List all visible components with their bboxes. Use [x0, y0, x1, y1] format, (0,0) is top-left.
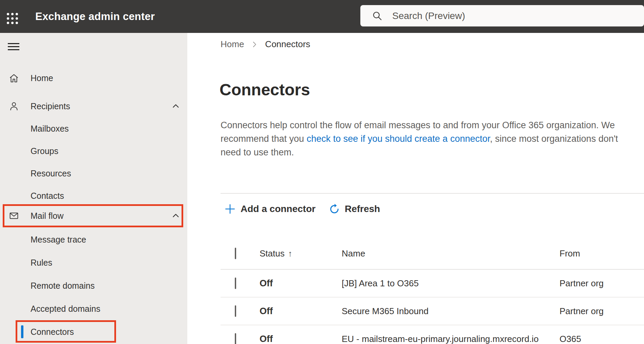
sidebar-item-label: Resources	[31, 169, 71, 178]
sidebar-item-rules[interactable]: Rules	[0, 251, 187, 274]
person-icon	[8, 101, 19, 112]
table-row[interactable]: Off Secure M365 Inbound Partner org	[221, 298, 644, 325]
sidebar-item-mailboxes[interactable]: Mailboxes	[0, 117, 187, 140]
sidebar-item-mail-flow[interactable]: Mail flow	[0, 204, 187, 227]
sidebar-item-label: Mailboxes	[31, 124, 69, 134]
main-content: Home Connectors Connectors Connectors he…	[187, 33, 644, 344]
top-app-bar: Exchange admin center Search (Preview)	[0, 0, 644, 33]
sidebar-item-contacts[interactable]: Contacts	[0, 184, 187, 207]
row-checkbox[interactable]	[235, 333, 236, 344]
breadcrumb-home-link[interactable]: Home	[221, 39, 244, 50]
add-connector-label: Add a connector	[241, 204, 316, 214]
sidebar-item-label: Mail flow	[31, 211, 63, 221]
breadcrumb-chevron-icon	[250, 40, 259, 49]
row-checkbox[interactable]	[235, 305, 236, 317]
sidebar-item-label: Recipients	[31, 101, 70, 111]
table-header-row: Status ↑ Name From	[221, 238, 644, 270]
home-icon	[8, 73, 19, 83]
sort-ascending-icon: ↑	[288, 249, 292, 259]
column-header-name[interactable]: Name	[342, 248, 560, 259]
sidebar-item-message-trace[interactable]: Message trace	[0, 228, 187, 251]
search-placeholder: Search (Preview)	[392, 11, 465, 21]
breadcrumb-current: Connectors	[265, 39, 310, 50]
sidebar-item-label: Home	[31, 73, 53, 83]
sidebar-item-recipients[interactable]: Recipients	[0, 95, 187, 118]
sidebar-item-label: Groups	[31, 146, 58, 156]
chevron-up-icon[interactable]	[171, 211, 181, 221]
left-navigation: Home Recipients Mailboxes Groups Resourc…	[0, 33, 187, 344]
breadcrumb: Home Connectors	[221, 39, 310, 50]
connectors-table: Status ↑ Name From Off [JB] Area 1 to O3…	[221, 238, 644, 344]
page-description: Connectors help control the flow of emai…	[221, 118, 638, 159]
mail-icon	[8, 210, 19, 221]
plus-icon	[224, 203, 236, 215]
status-cell: Off	[260, 278, 342, 289]
table-row[interactable]: Off EU - mailstream-eu-primary.journalin…	[221, 325, 644, 344]
sidebar-item-resources[interactable]: Resources	[0, 162, 187, 185]
refresh-button[interactable]: Refresh	[328, 203, 380, 215]
sidebar-item-label: Remote domains	[31, 281, 95, 291]
app-title: Exchange admin center	[35, 0, 155, 33]
toolbar-top-divider	[221, 193, 644, 194]
search-icon	[371, 10, 383, 22]
sidebar-item-accepted-domains[interactable]: Accepted domains	[0, 297, 187, 320]
column-header-from[interactable]: From	[560, 248, 644, 259]
sidebar-item-connectors[interactable]: Connectors	[0, 320, 187, 343]
sidebar-item-label: Accepted domains	[31, 304, 100, 314]
name-cell: EU - mailstream-eu-primary.journaling.mx…	[342, 334, 560, 344]
sidebar-item-label: Connectors	[31, 327, 74, 337]
sidebar-item-remote-domains[interactable]: Remote domains	[0, 274, 187, 297]
select-all-checkbox[interactable]	[235, 248, 236, 259]
search-input[interactable]: Search (Preview)	[360, 5, 644, 26]
selected-item-indicator	[21, 325, 23, 338]
app-launcher-waffle-icon[interactable]	[7, 13, 20, 26]
sidebar-item-label: Contacts	[31, 191, 64, 201]
sidebar-item-label: Message trace	[31, 235, 86, 245]
name-cell: [JB] Area 1 to O365	[342, 278, 560, 289]
from-cell: Partner org	[560, 306, 644, 317]
page-title: Connectors	[220, 80, 310, 99]
hamburger-menu-icon[interactable]	[8, 43, 19, 51]
create-connector-check-link[interactable]: check to see if you should create a conn…	[307, 134, 490, 144]
refresh-icon	[328, 203, 340, 215]
command-bar: Add a connector Refresh	[224, 201, 380, 217]
add-connector-button[interactable]: Add a connector	[224, 203, 316, 215]
chevron-up-icon[interactable]	[171, 101, 181, 111]
sidebar-item-label: Rules	[31, 258, 52, 268]
from-cell: O365	[560, 334, 644, 344]
row-checkbox[interactable]	[235, 278, 236, 289]
status-header-label: Status	[260, 248, 285, 259]
sidebar-item-home[interactable]: Home	[0, 66, 187, 90]
name-cell: Secure M365 Inbound	[342, 306, 560, 317]
sidebar-item-groups[interactable]: Groups	[0, 139, 187, 163]
from-cell: Partner org	[560, 278, 644, 289]
status-cell: Off	[260, 334, 342, 344]
column-header-status[interactable]: Status ↑	[260, 248, 342, 259]
status-cell: Off	[260, 306, 342, 317]
table-row[interactable]: Off [JB] Area 1 to O365 Partner org	[221, 270, 644, 298]
refresh-label: Refresh	[345, 204, 380, 214]
